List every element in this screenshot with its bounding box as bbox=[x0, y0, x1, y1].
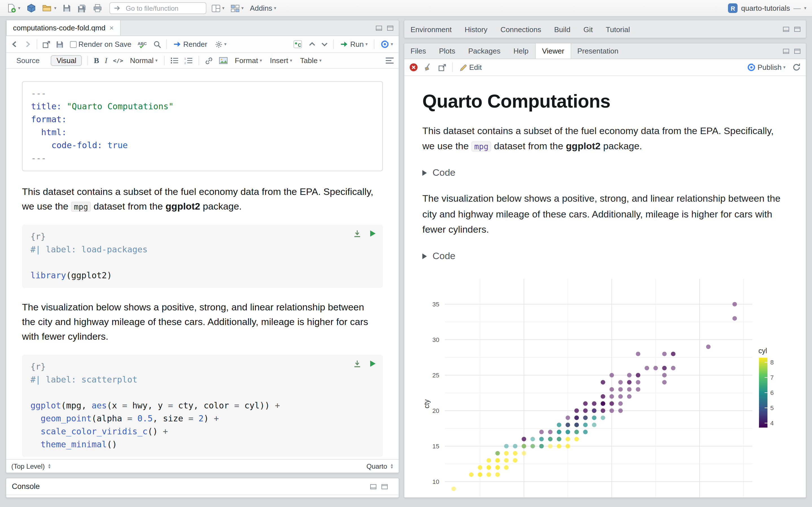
stop-viewer-icon[interactable] bbox=[409, 63, 418, 71]
tab-presentation[interactable]: Presentation bbox=[571, 43, 625, 59]
svg-text:5: 5 bbox=[770, 404, 774, 411]
code-chunk-scatterplot[interactable]: {r}#| label: scatterplot ggplot(mpg, aes… bbox=[22, 355, 383, 457]
save-all-button[interactable] bbox=[76, 3, 88, 14]
maximize-pane-icon[interactable] bbox=[381, 484, 388, 489]
svg-text:4: 4 bbox=[770, 420, 774, 427]
run-chunk-icon[interactable] bbox=[369, 230, 376, 237]
publish-caret: ▾ bbox=[783, 65, 785, 69]
tab-close-icon[interactable]: × bbox=[109, 24, 114, 32]
tab-label: Viewer bbox=[542, 47, 564, 55]
addins-caret: ▾ bbox=[274, 6, 276, 10]
editor-paragraph-2[interactable]: The visualization below shows a positive… bbox=[22, 300, 374, 344]
run-prev-icon[interactable] bbox=[308, 41, 316, 48]
viewer-content[interactable]: Quarto Computations This dataset contain… bbox=[404, 76, 806, 497]
code-fold-toggle-1[interactable]: Code bbox=[422, 168, 788, 179]
save-doc-icon[interactable] bbox=[56, 40, 64, 48]
render-button[interactable]: Render bbox=[172, 39, 208, 50]
run-next-icon[interactable] bbox=[321, 41, 328, 48]
insert-chunk-button[interactable]: C bbox=[292, 39, 303, 50]
minimize-pane-icon[interactable] bbox=[783, 48, 790, 54]
insert-menu[interactable]: Insert▾ bbox=[269, 55, 293, 66]
yaml-block[interactable]: ---title: "Quarto Computations"format: h… bbox=[22, 81, 383, 171]
pane-layout-button[interactable]: ▾ bbox=[230, 3, 245, 13]
forward-icon[interactable] bbox=[24, 41, 32, 48]
numbered-list-icon[interactable]: 12 bbox=[185, 57, 193, 64]
maximize-pane-icon[interactable] bbox=[387, 25, 394, 31]
mode-visual-button[interactable]: Visual bbox=[51, 55, 82, 66]
viewer-publish-button[interactable]: Publish ▾ bbox=[746, 62, 786, 73]
workspace-panes-button[interactable]: ▾ bbox=[210, 3, 225, 13]
inline-code-button[interactable]: </> bbox=[113, 57, 123, 64]
minimize-pane-icon[interactable] bbox=[375, 25, 382, 31]
mode-source-button[interactable]: Source bbox=[11, 55, 45, 66]
run-chunks-above-icon[interactable] bbox=[353, 230, 361, 237]
paragraph-style-select[interactable]: Normal ▾ bbox=[129, 55, 159, 66]
run-chunk-icon[interactable] bbox=[369, 360, 376, 367]
edit-button[interactable]: Edit bbox=[458, 62, 483, 73]
search-icon[interactable] bbox=[153, 40, 161, 48]
spellcheck-icon[interactable]: ABC bbox=[138, 40, 148, 48]
source-publish-button[interactable]: ▾ bbox=[379, 39, 394, 50]
popout-icon[interactable] bbox=[42, 40, 51, 48]
tab-build[interactable]: Build bbox=[548, 20, 577, 38]
code-chunk-load-packages[interactable]: {r}#| label: load-packages library(ggplo… bbox=[22, 224, 383, 288]
new-project-button[interactable] bbox=[26, 2, 37, 14]
tab-connections[interactable]: Connections bbox=[494, 20, 548, 38]
editor-content[interactable]: ---title: "Quarto Computations"format: h… bbox=[6, 69, 399, 459]
svg-text:1: 1 bbox=[185, 57, 186, 60]
editor-status-bar: (Top Level) ▲▼ Quarto ▲▼ bbox=[6, 459, 399, 473]
table-menu[interactable]: Table▾ bbox=[299, 55, 322, 66]
outline-location-button[interactable]: (Top Level) ▲▼ bbox=[11, 462, 51, 470]
minimize-pane-icon[interactable] bbox=[370, 484, 377, 489]
image-icon[interactable] bbox=[219, 57, 228, 64]
chunk-code: {r}#| label: scatterplot ggplot(mpg, aes… bbox=[31, 360, 374, 451]
code-fold-toggle-2[interactable]: Code bbox=[422, 251, 788, 262]
minimize-pane-icon[interactable] bbox=[783, 26, 790, 32]
open-file-button[interactable]: ▾ bbox=[41, 3, 57, 13]
bullet-list-icon[interactable] bbox=[170, 57, 179, 64]
italic-button[interactable]: I bbox=[105, 56, 107, 65]
tab-plots[interactable]: Plots bbox=[433, 43, 462, 59]
updown-icon: ▲▼ bbox=[390, 464, 394, 469]
save-button[interactable] bbox=[61, 3, 72, 13]
refresh-icon[interactable] bbox=[792, 63, 801, 71]
popout-viewer-icon[interactable] bbox=[438, 63, 447, 71]
doc-type-button[interactable]: Quarto ▲▼ bbox=[366, 462, 394, 470]
maximize-pane-icon[interactable] bbox=[794, 26, 801, 32]
code-fold-label: Code bbox=[433, 168, 455, 179]
addins-button[interactable]: Addins ▾ bbox=[249, 3, 277, 13]
render-options-button[interactable]: ▾ bbox=[213, 39, 227, 49]
outline-toggle-icon[interactable] bbox=[385, 57, 394, 64]
link-icon[interactable] bbox=[205, 57, 213, 64]
editor-tab[interactable]: computations-code-fold.qmd × bbox=[6, 20, 120, 36]
tab-packages[interactable]: Packages bbox=[462, 43, 507, 59]
tab-viewer[interactable]: Viewer bbox=[535, 43, 571, 59]
goto-file-search[interactable] bbox=[109, 2, 206, 14]
editor-paragraph-1[interactable]: This dataset contains a subset of the fu… bbox=[22, 185, 374, 214]
tab-help[interactable]: Help bbox=[507, 43, 536, 59]
project-menu-button[interactable]: R quarto-tutorials — ▾ bbox=[728, 3, 806, 13]
tab-git[interactable]: Git bbox=[577, 20, 599, 38]
new-file-button[interactable]: ▾ bbox=[6, 2, 21, 14]
tab-environment[interactable]: Environment bbox=[404, 20, 458, 38]
render-options-caret: ▾ bbox=[224, 42, 226, 47]
maximize-pane-icon[interactable] bbox=[794, 48, 801, 54]
console-title[interactable]: Console bbox=[12, 482, 40, 491]
tab-files[interactable]: Files bbox=[404, 43, 433, 59]
clear-broom-icon[interactable] bbox=[423, 63, 433, 71]
goto-file-input[interactable] bbox=[124, 4, 192, 13]
doc-paragraph-2: The visualization below shows a positive… bbox=[422, 191, 788, 237]
format-menu[interactable]: Format▾ bbox=[234, 55, 263, 66]
tab-history[interactable]: History bbox=[458, 20, 494, 38]
tab-tutorial[interactable]: Tutorial bbox=[600, 20, 637, 38]
environment-pane: Environment History Connections Build Gi… bbox=[404, 20, 806, 38]
back-icon[interactable] bbox=[11, 41, 18, 48]
bold-button[interactable]: B bbox=[94, 56, 99, 65]
run-chunks-above-icon[interactable] bbox=[353, 360, 361, 368]
render-on-save-checkbox[interactable]: Render on Save bbox=[69, 39, 133, 50]
table-menu-caret: ▾ bbox=[319, 58, 321, 63]
format-menu-caret: ▾ bbox=[260, 58, 262, 63]
tab-label: Build bbox=[554, 25, 570, 34]
run-button[interactable]: Run ▾ bbox=[339, 39, 369, 50]
print-button[interactable] bbox=[92, 3, 103, 13]
